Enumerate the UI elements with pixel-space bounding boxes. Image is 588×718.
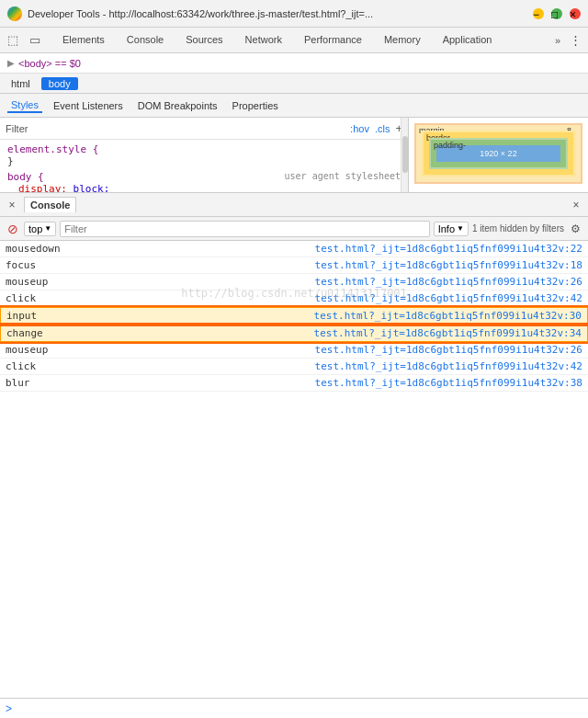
log-row-focus: focus test.html?_ijt=1d8c6gbt1iq5fnf099i… [0,257,588,274]
context-selector[interactable]: top ▼ [24,222,56,236]
tab-performance[interactable]: Performance [293,30,373,51]
console-log-area: http://blog.csdn.net/u011413117001 mouse… [0,241,588,698]
log-event: mouseup [6,344,88,356]
console-prompt: > [6,702,12,715]
maximize-button[interactable]: □ [551,8,562,19]
log-event: focus [6,259,88,271]
hidden-items-notice: 1 item hidden by filters [472,223,564,234]
log-event: blur [6,377,88,389]
padding-label: padding- [434,141,466,150]
minimize-button[interactable]: − [533,8,544,19]
browser-title: Developer Tools - http://localhost:63342… [28,8,533,19]
console-toolbar: ⊘ top ▼ Info ▼ 1 item hidden by filters … [0,217,588,241]
browser-titlebar: Developer Tools - http://localhost:63342… [0,0,588,28]
log-event: input [6,310,89,322]
tab-event-listeners[interactable]: Event Listeners [50,99,127,112]
info-label: Info [438,223,455,234]
css-selector: element.style { [7,143,98,155]
log-event: mouseup [6,276,88,288]
tab-console[interactable]: Console [116,30,175,51]
devtools-menu-button[interactable]: ⋮ [566,31,584,50]
box-padding: padding- 1920 × 22 [429,138,568,169]
log-row-click-1: click test.html?_ijt=1d8c6gbt1iq5fnf099i… [0,291,588,307]
log-row-blur: blur test.html?_ijt=1d8c6gbt1iq5fnf099i1… [0,375,588,392]
breadcrumb: ▶ <body> == $0 [0,53,588,74]
tab-body[interactable]: body [41,77,78,90]
tab-html[interactable]: html [4,77,38,90]
console-header: × Console × [0,193,588,217]
top-split-panel: Filter :hov .cls + element.style { } bod… [0,118,588,193]
log-source[interactable]: test.html?_ijt=1d8c6gbt1iq5fnf099i1u4t32… [88,377,582,389]
css-rules-panel: Filter :hov .cls + element.style { } bod… [0,118,409,192]
device-icon[interactable]: ▭ [26,31,44,50]
filter-bar: Filter :hov .cls + [0,118,408,140]
log-event: click [6,292,88,304]
display-property: display: [18,183,67,192]
log-row-mouseup-1: mouseup test.html?_ijt=1d8c6gbt1iq5fnf09… [0,274,588,291]
left-panel-scrollbar[interactable] [401,118,408,192]
box-border: border - padding- 1920 × 22 [422,131,575,177]
log-source[interactable]: test.html?_ijt=1d8c6gbt1iq5fnf099i1u4t32… [89,310,582,322]
hov-button[interactable]: :hov [350,123,369,134]
breadcrumb-path: <body> == $0 [18,58,81,69]
log-source[interactable]: test.html?_ijt=1d8c6gbt1iq5fnf099i1u4t32… [88,276,582,288]
tab-properties[interactable]: Properties [229,99,282,112]
more-tabs-button[interactable]: » [549,31,566,50]
body-selector: body { [7,171,44,183]
log-row-click-2: click test.html?_ijt=1d8c6gbt1iq5fnf099i… [0,359,588,375]
breadcrumb-arrow: ▶ [7,58,15,68]
browser-logo-icon [7,6,22,21]
log-row-mouseup-2: mouseup test.html?_ijt=1d8c6gbt1iq5fnf09… [0,342,588,359]
css-close-brace: } [7,155,14,167]
element-style-rule: element.style { } [7,143,401,167]
log-source[interactable]: test.html?_ijt=1d8c6gbt1iq5fnf099i1u4t32… [88,292,582,304]
console-input[interactable] [16,702,582,715]
content-dimensions: 1920 × 22 [480,149,516,158]
console-panel-close-icon[interactable]: × [570,199,582,211]
box-model-panel: margin 8 border - padding- 1920 × 22 [409,118,588,192]
element-tabs: html body [0,74,588,94]
info-arrow: ▼ [457,224,464,233]
log-event: change [6,327,89,339]
log-row-input: input test.html?_ijt=1d8c6gbt1iq5fnf099i… [0,307,588,325]
display-value: block; [74,183,110,192]
user-agent-comment: user agent stylesheet [285,171,401,181]
log-source[interactable]: test.html?_ijt=1d8c6gbt1iq5fnf099i1u4t32… [88,259,582,271]
tab-network[interactable]: Network [234,30,293,51]
tab-memory[interactable]: Memory [373,30,432,51]
tab-dom-breakpoints[interactable]: DOM Breakpoints [134,99,221,112]
console-clear-button[interactable]: ⊘ [6,222,20,236]
log-event: mousedown [6,243,88,255]
nav-icons: ⬚ ▭ [4,31,44,50]
window-controls: − □ × [533,8,581,19]
filter-label: Filter [6,123,28,134]
box-model: margin 8 border - padding- 1920 × 22 [409,118,588,189]
console-tab[interactable]: Console [24,197,76,212]
context-label: top [28,223,42,234]
body-rule: body { user agent stylesheet display: bl… [7,171,401,192]
css-rules-area: element.style { } body { user agent styl… [0,140,408,192]
log-row-mousedown-1: mousedown test.html?_ijt=1d8c6gbt1iq5fnf… [0,241,588,257]
log-row-change: change test.html?_ijt=1d8c6gbt1iq5fnf099… [0,325,588,342]
log-event: click [6,360,88,372]
log-source[interactable]: test.html?_ijt=1d8c6gbt1iq5fnf099i1u4t32… [88,243,582,255]
tab-application[interactable]: Application [432,30,503,51]
log-source[interactable]: test.html?_ijt=1d8c6gbt1iq5fnf099i1u4t32… [88,360,582,372]
log-level-selector[interactable]: Info ▼ [434,222,469,236]
console-settings-button[interactable]: ⚙ [568,222,582,236]
log-source[interactable]: test.html?_ijt=1d8c6gbt1iq5fnf099i1u4t32… [89,327,582,339]
box-margin: margin 8 border - padding- 1920 × 22 [414,123,582,184]
console-filter-input[interactable] [60,221,429,237]
styles-panel-header: Styles Event Listeners DOM Breakpoints P… [0,94,588,118]
devtools-nav: ⬚ ▭ Elements Console Sources Network Per… [0,28,588,53]
tab-elements[interactable]: Elements [51,30,116,51]
devtools-tabs: Elements Console Sources Network Perform… [51,30,549,51]
context-arrow: ▼ [44,224,51,233]
console-close-button[interactable]: × [6,199,18,211]
inspect-icon[interactable]: ⬚ [4,31,22,50]
cls-button[interactable]: .cls [375,123,390,134]
tab-sources[interactable]: Sources [175,30,233,51]
close-button[interactable]: × [570,8,581,19]
log-source[interactable]: test.html?_ijt=1d8c6gbt1iq5fnf099i1u4t32… [88,344,582,356]
tab-styles[interactable]: Styles [7,98,42,113]
